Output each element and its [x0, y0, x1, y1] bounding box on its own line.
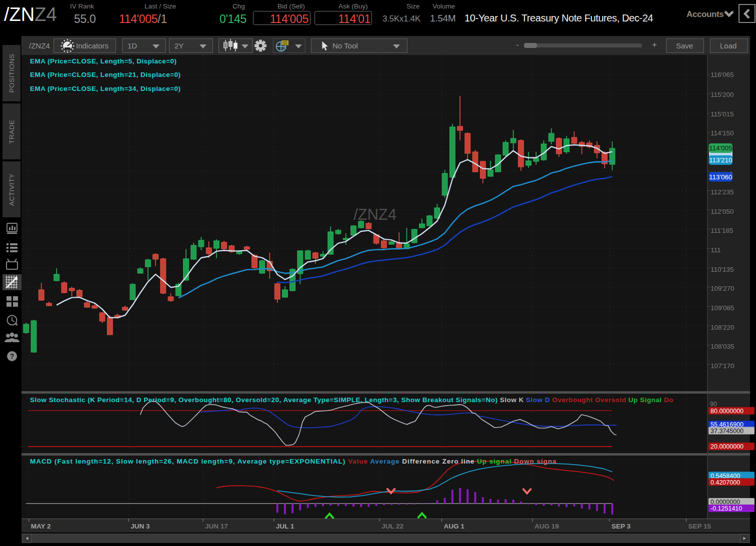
svg-text:JUL 22: JUL 22: [382, 523, 404, 530]
svg-text:111'185: 111'185: [710, 227, 734, 234]
svg-text:113'210: 113'210: [709, 156, 732, 164]
svg-text:EMA (Price=CLOSE, Length=21, D: EMA (Price=CLOSE, Length=21, Displace=0): [30, 71, 180, 78]
svg-text:AUG 19: AUG 19: [534, 523, 559, 530]
svg-text:109'085: 109'085: [710, 304, 734, 312]
svg-text:JUN 17: JUN 17: [205, 523, 228, 530]
svg-text:/ZNZ4: /ZNZ4: [354, 206, 396, 223]
svg-text:112'235: 112'235: [710, 188, 734, 196]
svg-text:0.4207000: 0.4207000: [710, 479, 740, 486]
svg-text:113'060: 113'060: [709, 173, 732, 181]
svg-text:80.0000000: 80.0000000: [710, 408, 744, 415]
svg-text:108'220: 108'220: [710, 324, 734, 331]
svg-text:JUL 1: JUL 1: [276, 523, 294, 530]
svg-text:Slow Stochastic (K Period=14,: Slow Stochastic (K Period=14, D Period=9…: [30, 396, 674, 404]
svg-text:108'035: 108'035: [710, 343, 734, 350]
svg-text:SEP 15: SEP 15: [688, 523, 712, 530]
svg-text:112'050: 112'050: [710, 208, 734, 215]
svg-text:MAY 2: MAY 2: [31, 523, 51, 530]
svg-text:JUN 3: JUN 3: [130, 523, 150, 530]
svg-text:109'270: 109'270: [710, 285, 734, 292]
svg-text:MACD (Fast length=12, Slow len: MACD (Fast length=12, Slow length=26, MA…: [30, 458, 556, 465]
svg-text:116'065: 116'065: [710, 71, 734, 78]
svg-text:110'135: 110'135: [710, 266, 734, 273]
svg-text:37.3745000: 37.3745000: [710, 428, 744, 435]
svg-text:115'015: 115'015: [710, 110, 734, 118]
svg-text:115'200: 115'200: [710, 91, 734, 98]
svg-text:AUG 1: AUG 1: [444, 523, 465, 530]
svg-text:90: 90: [710, 401, 717, 408]
svg-text:107'170: 107'170: [710, 362, 734, 370]
svg-text:20.0000000: 20.0000000: [710, 443, 744, 450]
svg-text:SEP 3: SEP 3: [612, 523, 631, 530]
svg-text:114'150: 114'150: [710, 129, 734, 137]
svg-text:114'005: 114'005: [709, 144, 732, 152]
svg-text:EMA (Price=CLOSE, Length=34, D: EMA (Price=CLOSE, Length=34, Displace=0): [30, 85, 180, 92]
svg-text:-0.1251410: -0.1251410: [710, 505, 742, 512]
svg-text:?: ?: [10, 352, 14, 360]
svg-text:111: 111: [710, 246, 721, 254]
svg-text:EMA (Price=CLOSE, Length=5, Di: EMA (Price=CLOSE, Length=5, Displace=0): [30, 57, 177, 65]
